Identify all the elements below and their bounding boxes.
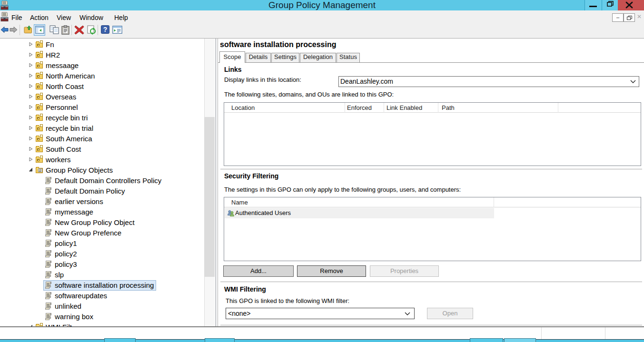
svg-text:?: ?: [103, 26, 108, 33]
